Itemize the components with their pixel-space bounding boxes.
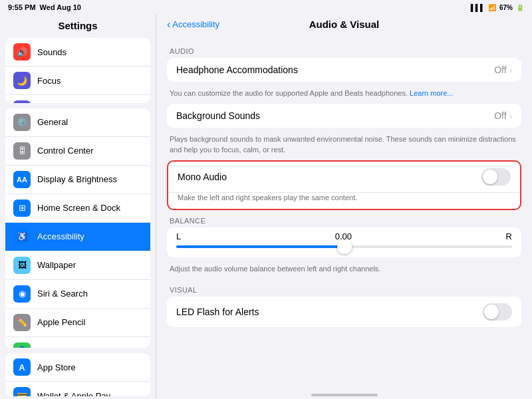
battery-icon: 🔋 xyxy=(516,4,524,11)
sidebar-item-wallpaper[interactable]: 🖼 Wallpaper xyxy=(5,251,150,280)
balance-description: Adjust the audio volume balance between … xyxy=(167,261,521,279)
control-center-icon: 🎛 xyxy=(13,142,31,160)
home-indicator xyxy=(311,394,378,396)
balance-slider-thumb xyxy=(337,239,352,254)
screen-time-icon: ⏱ xyxy=(13,100,31,103)
sidebar-item-label: General xyxy=(37,117,68,127)
mono-audio-card: Mono Audio Make the left and right speak… xyxy=(167,160,521,209)
signal-icon: ▌▌▌ xyxy=(471,4,485,11)
sidebar-item-label: Wallpaper xyxy=(37,260,76,270)
display-icon: AA xyxy=(13,171,31,188)
headphone-accommodations-label: Headphone Accommodations xyxy=(176,65,494,75)
sidebar-group-1: 🔊 Sounds 🌙 Focus ⏱ Screen Time xyxy=(5,38,150,103)
sidebar-item-general[interactable]: ⚙️ General xyxy=(5,108,150,137)
sidebar-item-focus[interactable]: 🌙 Focus xyxy=(5,66,150,95)
balance-slider-fill xyxy=(176,245,344,248)
visual-section-label: VISUAL xyxy=(170,286,519,294)
headphone-description: You can customize the audio for supporte… xyxy=(167,86,521,104)
back-label: Accessibility xyxy=(172,19,219,29)
sidebar-item-display-brightness[interactable]: AA Display & Brightness xyxy=(5,166,150,194)
mono-audio-row: Mono Audio xyxy=(168,162,520,193)
sidebar-item-apple-pencil[interactable]: ✏️ Apple Pencil xyxy=(5,309,150,337)
background-sounds-value: Off › xyxy=(494,110,512,121)
sounds-icon: 🔊 xyxy=(13,43,31,61)
content-area: ‹ Accessibility Audio & Visual AUDIO Hea… xyxy=(156,15,532,399)
battery-percent: 67% xyxy=(499,4,513,11)
sidebar-item-label: Face ID & Passcode xyxy=(37,346,116,348)
balance-row: L 0.00 R xyxy=(167,227,521,257)
sidebar: Settings 🔊 Sounds 🌙 Focus ⏱ Screen Time … xyxy=(0,15,156,399)
back-chevron-icon: ‹ xyxy=(167,19,170,31)
learn-more-link[interactable]: Learn more... xyxy=(410,89,453,97)
headphone-accommodations-card: Headphone Accommodations Off › xyxy=(167,58,521,82)
sidebar-item-label: Display & Brightness xyxy=(37,174,117,184)
chevron-right-icon: › xyxy=(509,65,512,75)
focus-icon: 🌙 xyxy=(13,72,31,89)
home-screen-icon: ⊞ xyxy=(13,200,31,217)
content-scroll[interactable]: AUDIO Headphone Accommodations Off › You… xyxy=(156,35,532,386)
balance-slider-track[interactable] xyxy=(176,245,512,248)
sidebar-item-accessibility[interactable]: ♿ Accessibility xyxy=(5,223,150,251)
background-sounds-card: Background Sounds Off › xyxy=(167,104,521,128)
sidebar-item-wallet[interactable]: 💳 Wallet & Apple Pay xyxy=(5,382,150,396)
general-icon: ⚙️ xyxy=(13,114,31,131)
sidebar-item-label: Accessibility xyxy=(37,231,84,241)
sidebar-item-label: Apple Pencil xyxy=(37,317,85,327)
wifi-icon: 📶 xyxy=(488,4,496,11)
wallet-icon: 💳 xyxy=(13,387,31,396)
sidebar-item-control-center[interactable]: 🎛 Control Center xyxy=(5,137,150,166)
wallpaper-icon: 🖼 xyxy=(13,257,31,274)
sidebar-item-app-store[interactable]: A App Store xyxy=(5,353,150,382)
time: 9:55 PM xyxy=(8,3,36,11)
background-sounds-row[interactable]: Background Sounds Off › xyxy=(167,104,521,128)
sidebar-item-label: Sounds xyxy=(37,47,66,57)
sidebar-item-home-screen[interactable]: ⊞ Home Screen & Dock xyxy=(5,194,150,223)
back-button[interactable]: ‹ Accessibility xyxy=(167,19,219,31)
status-left: 9:55 PM Wed Aug 10 xyxy=(8,3,81,11)
mono-audio-label: Mono Audio xyxy=(178,172,481,182)
mono-audio-toggle[interactable] xyxy=(481,168,511,186)
headphone-accommodations-row[interactable]: Headphone Accommodations Off › xyxy=(167,58,521,82)
toggle-knob xyxy=(483,170,497,184)
sidebar-item-label: Siri & Search xyxy=(37,289,88,299)
background-sounds-label: Background Sounds xyxy=(176,110,494,121)
toggle-knob xyxy=(484,305,499,319)
balance-left-label: L xyxy=(176,231,181,241)
audio-section-label: AUDIO xyxy=(170,47,519,55)
balance-section-label: BALANCE xyxy=(170,217,519,225)
sidebar-item-screen-time[interactable]: ⏱ Screen Time xyxy=(5,95,150,103)
sidebar-item-label: App Store xyxy=(37,362,76,372)
sidebar-item-label: Focus xyxy=(37,76,61,86)
bottom-bar xyxy=(156,386,532,399)
background-sounds-description: Plays background sounds to mask unwanted… xyxy=(167,132,521,160)
sidebar-item-sounds[interactable]: 🔊 Sounds xyxy=(5,38,150,66)
sidebar-item-label: Wallet & Apple Pay xyxy=(37,391,110,396)
sidebar-item-siri-search[interactable]: ◉ Siri & Search xyxy=(5,280,150,309)
sidebar-item-label: Control Center xyxy=(37,146,94,156)
sidebar-item-face-id[interactable]: 👤 Face ID & Passcode xyxy=(5,337,150,348)
mono-audio-description: Make the left and right speakers play th… xyxy=(178,193,511,203)
accessibility-icon: ♿ xyxy=(13,228,31,245)
led-flash-row: LED Flash for Alerts xyxy=(167,297,521,327)
status-bar: 9:55 PM Wed Aug 10 ▌▌▌ 📶 67% 🔋 xyxy=(0,0,532,15)
content-title: Audio & Visual xyxy=(309,19,380,30)
balance-right-label: R xyxy=(506,231,512,241)
face-id-icon: 👤 xyxy=(13,342,31,348)
mono-audio-description-container: Make the left and right speakers play th… xyxy=(168,193,520,208)
content-header: ‹ Accessibility Audio & Visual xyxy=(156,15,532,35)
led-flash-card: LED Flash for Alerts xyxy=(167,297,521,327)
balance-card: L 0.00 R xyxy=(167,227,521,257)
sidebar-group-2: ⚙️ General 🎛 Control Center AA Display &… xyxy=(5,108,150,348)
chevron-right-icon: › xyxy=(509,111,512,121)
led-flash-label: LED Flash for Alerts xyxy=(176,307,483,317)
headphone-accommodations-value: Off › xyxy=(494,65,512,75)
sidebar-item-label: Home Screen & Dock xyxy=(37,203,120,213)
siri-icon: ◉ xyxy=(13,285,31,303)
status-right: ▌▌▌ 📶 67% 🔋 xyxy=(471,4,524,11)
sidebar-title: Settings xyxy=(0,15,156,35)
pencil-icon: ✏️ xyxy=(13,314,31,331)
app-store-icon: A xyxy=(13,358,31,376)
main-layout: Settings 🔊 Sounds 🌙 Focus ⏱ Screen Time … xyxy=(0,15,532,399)
sidebar-group-3: A App Store 💳 Wallet & Apple Pay xyxy=(5,353,150,396)
led-flash-toggle[interactable] xyxy=(483,303,512,321)
